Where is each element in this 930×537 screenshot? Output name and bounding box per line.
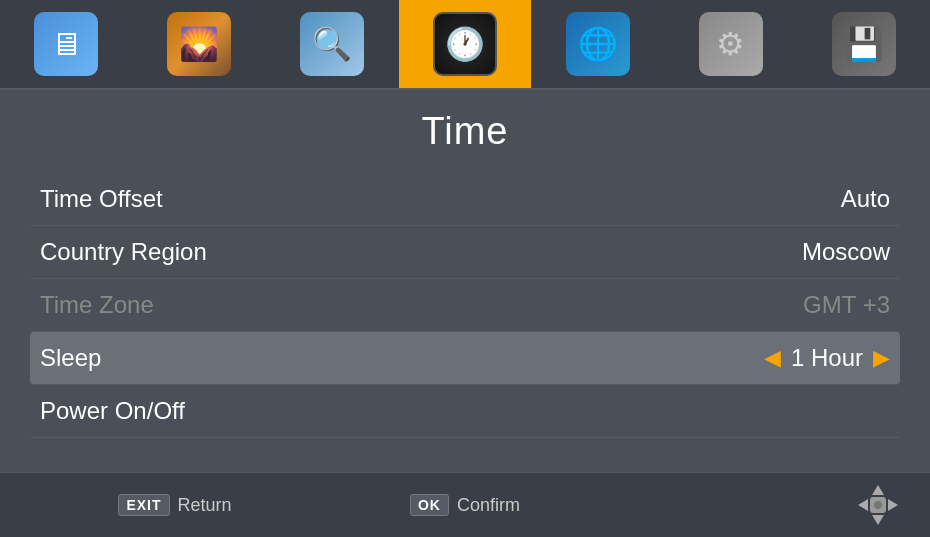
confirm-label: Confirm xyxy=(457,495,520,516)
country-region-label: Country Region xyxy=(40,238,802,266)
settings-row-power-onoff[interactable]: Power On/Off xyxy=(30,385,900,438)
settings-row-time-zone: Time Zone GMT +3 xyxy=(30,279,900,332)
settings-list: Time Offset Auto Country Region Moscow T… xyxy=(30,173,900,438)
settings-row-country-region[interactable]: Country Region Moscow xyxy=(30,226,900,279)
bottom-left-area: EXIT Return xyxy=(30,494,320,516)
ok-key-badge: OK xyxy=(410,494,449,516)
time-offset-value: Auto xyxy=(841,185,890,213)
time-zone-value: GMT +3 xyxy=(803,291,890,319)
page-title: Time xyxy=(30,110,900,153)
exit-key-badge: EXIT xyxy=(118,494,169,516)
usb-icon xyxy=(832,12,896,76)
nav-item-globe[interactable] xyxy=(531,0,664,88)
exit-button[interactable]: EXIT Return xyxy=(118,494,231,516)
svg-marker-3 xyxy=(888,499,898,511)
nav-item-usb[interactable] xyxy=(797,0,930,88)
sleep-arrow-left[interactable]: ◀ xyxy=(764,345,781,371)
clock-icon xyxy=(433,12,497,76)
return-label: Return xyxy=(178,495,232,516)
bottom-bar: EXIT Return OK Confirm xyxy=(0,472,930,537)
sleep-arrow-right[interactable]: ▶ xyxy=(873,345,890,371)
nav-item-search[interactable] xyxy=(266,0,399,88)
time-offset-label: Time Offset xyxy=(40,185,841,213)
svg-marker-1 xyxy=(872,515,884,525)
nav-item-desktop[interactable] xyxy=(0,0,133,88)
power-onoff-label: Power On/Off xyxy=(40,397,890,425)
globe-icon xyxy=(566,12,630,76)
time-zone-label: Time Zone xyxy=(40,291,803,319)
desktop-icon xyxy=(34,12,98,76)
settings-row-time-offset[interactable]: Time Offset Auto xyxy=(30,173,900,226)
gear-icon xyxy=(699,12,763,76)
main-content: Time Time Offset Auto Country Region Mos… xyxy=(0,90,930,458)
search-tv-icon xyxy=(300,12,364,76)
sleep-value-text: 1 Hour xyxy=(791,344,863,372)
settings-row-sleep[interactable]: Sleep ◀ 1 Hour ▶ xyxy=(30,332,900,385)
top-bar xyxy=(0,0,930,90)
nav-item-photo[interactable] xyxy=(133,0,266,88)
sleep-value: ◀ 1 Hour ▶ xyxy=(764,344,890,372)
country-region-value: Moscow xyxy=(802,238,890,266)
svg-point-5 xyxy=(874,501,882,509)
nav-item-clock[interactable] xyxy=(399,0,532,88)
svg-marker-2 xyxy=(858,499,868,511)
bottom-center-area: OK Confirm xyxy=(320,494,610,516)
dpad-svg xyxy=(856,483,900,527)
svg-marker-0 xyxy=(872,485,884,495)
dpad-icon xyxy=(856,483,900,527)
sleep-label: Sleep xyxy=(40,344,764,372)
bottom-right-area xyxy=(610,483,900,527)
photo-icon xyxy=(167,12,231,76)
nav-item-gear[interactable] xyxy=(664,0,797,88)
ok-confirm-button[interactable]: OK Confirm xyxy=(410,494,520,516)
